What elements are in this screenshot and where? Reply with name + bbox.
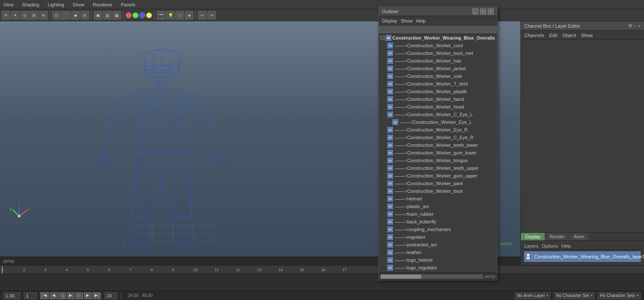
outliner-list-item[interactable]: M ——○ Construction_Worker_teeth_lower (379, 141, 497, 149)
outliner-list-item[interactable]: M ——○ Construction_Worker_gum_upper (379, 172, 497, 180)
menu-panels[interactable]: Panels (119, 1, 137, 8)
outliner-list-item[interactable]: M ——○ Construction_Worker_gum_lower (379, 149, 497, 157)
outliner-list-item[interactable]: M ——○ foam_rubber (379, 210, 497, 218)
outliner-search-input[interactable] (379, 26, 497, 34)
current-frame-input[interactable] (24, 292, 37, 299)
tool-mesh[interactable]: ⬡ (175, 11, 184, 20)
no-character-set-dropdown[interactable]: No Character Set ▾ (554, 292, 594, 299)
outliner-list-item[interactable]: M ——○ Construction_Worker_hand (379, 95, 497, 103)
expand-root-button[interactable]: □ (380, 36, 385, 40)
outliner-list-item[interactable]: M ——○ logo_regulator (379, 264, 497, 265)
no-anim-layer-dropdown[interactable]: No Anim Layer ▾ (515, 292, 551, 299)
timeline-content[interactable] (0, 274, 644, 291)
tool-render[interactable]: ▣ (94, 11, 102, 20)
svg-line-29 (104, 118, 127, 140)
cb-menu-object[interactable]: Object (562, 33, 576, 38)
outliner-list-item[interactable]: M ——○ Construction_Worker_C_Eye_R (379, 134, 497, 141)
outliner-menu-help[interactable]: Help (416, 21, 426, 23)
channel-box-icon1[interactable]: ⊞ (628, 23, 632, 29)
tool-snap-point[interactable]: ◆ (71, 11, 80, 20)
color-green[interactable] (132, 12, 138, 18)
channel-box-icon2[interactable]: ↕ (634, 23, 636, 29)
layer-item[interactable]: V Construction_Worker_Wearing_Blue_Overa… (524, 251, 641, 262)
outliner-list-item[interactable]: M ——○ Construction_Worker_head (379, 103, 497, 111)
tool-camera[interactable]: 📷 (157, 11, 165, 20)
tool-undo[interactable]: ↩ (198, 11, 207, 20)
menu-renderer[interactable]: Renderer (91, 1, 114, 8)
start-frame-input[interactable] (3, 292, 20, 299)
tab-display[interactable]: Display (521, 233, 545, 240)
layers-menu-layers[interactable]: Layers (524, 243, 538, 249)
tool-display[interactable]: ▦ (112, 11, 121, 20)
end-frame-input[interactable] (104, 292, 117, 299)
outliner-list-item[interactable]: M ——○ back_butterfly (379, 218, 497, 226)
outliner-list-item[interactable]: M ——○ Construction_Worker_boot (379, 187, 497, 195)
menu-show[interactable]: Show (71, 1, 86, 8)
prev-key-button[interactable]: ◁ (58, 292, 66, 299)
menu-shading[interactable]: Shading (20, 1, 41, 8)
tool-light[interactable]: 💡 (166, 11, 175, 20)
tab-anim[interactable]: Anim (569, 233, 589, 240)
cb-menu-edit[interactable]: Edit (549, 33, 557, 38)
prev-frame-button[interactable]: ◀ (50, 292, 58, 299)
outliner-root-item[interactable]: □ M Construction_Worker_Wearing_Blue_Ove… (379, 34, 497, 42)
outliner-list-item[interactable]: M ——○ Construction_Worker_hair (379, 57, 497, 65)
outliner-menu-display[interactable]: Display (382, 21, 397, 23)
outliner-list-item[interactable]: M ——○ logo_helmet (379, 256, 497, 264)
outliner-list-item[interactable]: M ——○ Construction_Worker_cord (379, 42, 497, 49)
outliner-list-item[interactable]: M ——○ Construction_Worker_teeth_upper (379, 164, 497, 172)
menu-view[interactable]: View (2, 1, 15, 8)
layers-menu-options[interactable]: Options (542, 243, 558, 249)
tool-deform[interactable]: ◈ (185, 11, 193, 20)
tool-rotate[interactable]: ◎ (20, 11, 29, 20)
outliner-list-item[interactable]: M ——○ Construction_Worker_Eye_R (379, 126, 497, 134)
outliner-list-item[interactable]: M ——○ Construction_Worker_sole (379, 72, 497, 80)
outliner-list-item[interactable]: M ——○ Construction_Worker_C_Eye_L (379, 111, 497, 118)
outliner-list[interactable]: □ M Construction_Worker_Wearing_Blue_Ove… (379, 34, 497, 265)
outliner-menu-show[interactable]: Show (401, 21, 413, 23)
color-red[interactable] (126, 12, 132, 18)
play-end-button[interactable]: ▶| (92, 292, 101, 299)
outliner-list-item[interactable]: M ——○ Construction_Worker_pant (379, 180, 497, 187)
layer-type-button[interactable] (532, 254, 532, 260)
tab-render[interactable]: Render (545, 233, 569, 240)
list-item-arrow: ——○ (395, 43, 407, 48)
outliner-list-item[interactable]: M ——○ plastic_arc (379, 203, 497, 210)
outliner-list-item[interactable]: M ——○ regulator (379, 233, 497, 241)
cb-menu-show[interactable]: Show (581, 33, 593, 38)
timeline-ruler[interactable]: 1 2 3 4 5 6 7 8 9 10 11 12 13 14 15 16 1… (0, 266, 644, 274)
cb-menu-channels[interactable]: Channels (524, 33, 544, 38)
tool-snap-view[interactable]: ⊟ (80, 11, 89, 20)
tool-select[interactable]: ⟳ (2, 11, 10, 20)
character-set-chevron-icon: ▾ (591, 294, 592, 297)
play-button[interactable]: ▶ (67, 292, 75, 299)
outliner-menu-bar: Display Show Help (379, 21, 497, 26)
outliner-list-item[interactable]: M ——○ Construction_Worker_T_shirt (379, 80, 497, 88)
next-key-button[interactable]: ▷ (75, 292, 83, 299)
color-blue[interactable] (139, 12, 145, 18)
color-yellow[interactable] (146, 12, 152, 18)
outliner-list-item[interactable]: M ——○ coupling_mechanism (379, 226, 497, 233)
channel-box-icon3[interactable]: × (638, 23, 641, 29)
tool-move[interactable]: ✦ (11, 11, 20, 20)
tool-snap-grid[interactable]: ⊡ (52, 11, 61, 20)
tool-universal[interactable]: ⊛ (39, 11, 48, 20)
outliner-list-item[interactable]: M ——○ Construction_Worker_jacket (379, 65, 497, 72)
ho-character-sets-dropdown[interactable]: Ho Character Sets ▾ (598, 292, 641, 299)
tool-ipr[interactable]: ▤ (103, 11, 112, 20)
tool-snap-curve[interactable]: ⌒ (62, 11, 70, 20)
outliner-list-item[interactable]: M ——○ Construction_Worker_boot_met (379, 49, 497, 57)
play-start-button[interactable]: |◀ (40, 292, 49, 299)
layers-menu-help[interactable]: Help (561, 243, 571, 249)
tool-redo[interactable]: ↪ (207, 11, 216, 20)
tool-scale[interactable]: ⊞ (30, 11, 38, 20)
outliner-list-item[interactable]: M ——○ protracted_arc (379, 241, 497, 249)
outliner-list-item[interactable]: M ——○ Construction_Worker_tongue (379, 157, 497, 164)
outliner-list-item[interactable]: M ——○ Construction_Worker_Eye_L (379, 118, 497, 126)
next-frame-button[interactable]: ▶ (84, 292, 92, 299)
layer-visibility-button[interactable]: V (526, 254, 530, 260)
outliner-list-item[interactable]: M ——○ Construction_Worker_plastik (379, 88, 497, 95)
outliner-list-item[interactable]: M ——○ Helmet (379, 195, 497, 203)
outliner-list-item[interactable]: M ——○ leather (379, 249, 497, 256)
menu-lighting[interactable]: Lighting (46, 1, 66, 8)
